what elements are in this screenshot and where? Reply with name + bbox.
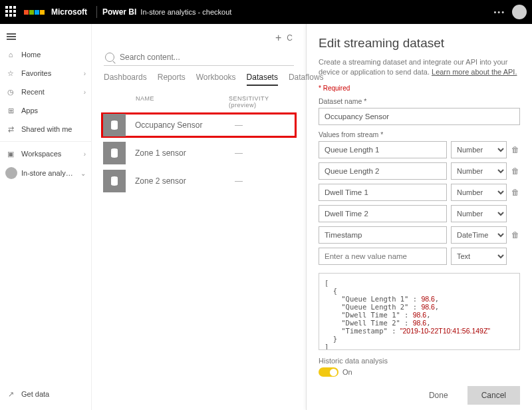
dataset-name: Occupancy Sensor: [135, 120, 235, 130]
value-row: DateTime🗑: [319, 226, 520, 244]
brand-name: Microsoft: [51, 7, 87, 17]
dataset-name-input[interactable]: [319, 108, 520, 125]
sample-json: [ { "Queue Length 1" : 98.6, "Queue Leng…: [319, 273, 520, 350]
value-name-input[interactable]: [319, 184, 447, 201]
apps-icon: ⊞: [5, 105, 16, 116]
dataset-sensitivity: —: [235, 148, 243, 158]
historic-label: Historic data analysis: [319, 357, 520, 365]
dataset-row[interactable]: Zone 2 sensor—: [101, 168, 297, 194]
value-row: Number🗑: [319, 162, 520, 180]
panel-description: Create a streaming dataset and integrate…: [319, 57, 520, 78]
value-type-select[interactable]: DateTime: [451, 226, 507, 244]
value-row: Number: [319, 205, 520, 222]
historic-toggle[interactable]: [319, 367, 338, 377]
value-row: Number🗑: [319, 141, 520, 158]
tab-datasets[interactable]: Datasets: [247, 73, 278, 86]
learn-more-link[interactable]: Learn more about the API.: [432, 68, 517, 76]
cancel-button[interactable]: Cancel: [467, 386, 520, 405]
new-value-row: Text: [319, 248, 520, 265]
col-sensitivity: SENSITIVITY (preview): [229, 95, 294, 108]
hamburger-icon[interactable]: [0, 28, 91, 45]
nav-label: Get data: [21, 390, 49, 398]
microsoft-logo: [24, 10, 34, 15]
search-icon: [105, 53, 114, 62]
value-type-select[interactable]: Number: [451, 141, 507, 158]
value-row: Number🗑: [319, 184, 520, 201]
workspace-name: In-store analytics -…: [21, 169, 74, 177]
nav-label: Favorites: [21, 69, 51, 77]
nav-home[interactable]: ⌂Home: [0, 45, 91, 64]
new-value-type-select[interactable]: Text: [451, 248, 507, 265]
nav-label: Shared with me: [21, 125, 72, 133]
database-icon: [103, 114, 126, 136]
page-subtitle: In-store analytics - checkout: [140, 8, 231, 16]
product-name: Power BI: [102, 7, 136, 17]
required-legend: * Required: [319, 85, 520, 92]
nav-shared-with-me[interactable]: ⇄Shared with me: [0, 120, 91, 138]
search-input[interactable]: [118, 52, 293, 63]
workspace-avatar: [5, 167, 17, 179]
delete-icon[interactable]: 🗑: [511, 230, 520, 240]
tab-workbooks[interactable]: Workbooks: [196, 73, 236, 86]
share-icon: ⇄: [5, 124, 16, 134]
main-content: + C DashboardsReportsWorkbooksDatasetsDa…: [92, 24, 306, 410]
tab-dataflows[interactable]: Dataflows: [289, 73, 324, 86]
tab-reports[interactable]: Reports: [158, 73, 186, 86]
col-name: NAME: [136, 95, 229, 108]
content-tabs: DashboardsReportsWorkbooksDatasetsDatafl…: [101, 73, 297, 90]
nav-apps[interactable]: ⊞Apps: [0, 101, 91, 120]
dataset-name-label: Dataset name *: [319, 97, 520, 105]
delete-icon[interactable]: 🗑: [511, 145, 520, 154]
done-button[interactable]: Done: [415, 386, 462, 405]
delete-icon[interactable]: 🗑: [511, 166, 520, 176]
export-icon: ↗: [5, 389, 16, 399]
dataset-list: Occupancy Sensor—Zone 1 sensor—Zone 2 se…: [101, 112, 297, 194]
delete-icon[interactable]: 🗑: [511, 188, 520, 197]
workspaces-icon: ▣: [5, 148, 16, 159]
value-type-select[interactable]: Number: [451, 184, 507, 201]
nav-recent[interactable]: ◷Recent›: [0, 83, 91, 101]
value-type-select[interactable]: Number: [451, 205, 507, 222]
tab-dashboards[interactable]: Dashboards: [104, 73, 147, 86]
svg-point-0: [111, 120, 118, 123]
value-name-input[interactable]: [319, 226, 447, 244]
svg-point-1: [111, 148, 118, 151]
dataset-name: Zone 2 sensor: [135, 176, 235, 186]
chevron-right-icon: ›: [84, 150, 86, 158]
values-label: Values from stream *: [319, 130, 520, 138]
dataset-row[interactable]: Occupancy Sensor—: [101, 112, 297, 138]
more-icon[interactable]: •••: [493, 8, 505, 16]
get-data-link[interactable]: ↗ Get data: [0, 385, 91, 403]
user-avatar[interactable]: [512, 5, 527, 19]
chevron-right-icon: ›: [84, 89, 86, 96]
dataset-sensitivity: —: [235, 120, 243, 130]
new-value-name-input[interactable]: [319, 248, 447, 265]
nav-label: Workspaces: [21, 150, 61, 158]
create-button[interactable]: +: [275, 32, 281, 44]
dataset-row[interactable]: Zone 1 sensor—: [101, 140, 297, 166]
database-icon: [103, 142, 126, 164]
database-icon: [103, 170, 126, 192]
dataset-sensitivity: —: [235, 176, 243, 186]
dataset-name: Zone 1 sensor: [135, 148, 235, 158]
nav-label: Recent: [21, 88, 45, 96]
value-name-input[interactable]: [319, 205, 447, 222]
home-icon: ⌂: [5, 49, 16, 60]
create-label: C: [287, 33, 293, 43]
panel-title: Edit streaming dataset: [319, 36, 520, 51]
clock-icon: ◷: [5, 87, 16, 97]
toggle-state: On: [342, 368, 352, 376]
nav-label: Home: [21, 51, 41, 59]
app-launcher-icon[interactable]: [5, 6, 17, 18]
microsoft-logo: [35, 10, 45, 15]
edit-dataset-panel: Edit streaming dataset Create a streamin…: [306, 24, 532, 410]
nav-favorites[interactable]: ☆Favorites›: [0, 64, 91, 83]
value-name-input[interactable]: [319, 141, 447, 158]
global-header: Microsoft Power BI In-store analytics - …: [0, 0, 532, 24]
value-name-input[interactable]: [319, 162, 447, 180]
current-workspace[interactable]: In-store analytics -… ⌄: [0, 163, 91, 183]
nav-label: Apps: [21, 106, 38, 114]
nav-workspaces[interactable]: ▣ Workspaces ›: [0, 144, 91, 163]
value-type-select[interactable]: Number: [451, 162, 507, 180]
search-box[interactable]: [104, 49, 294, 66]
